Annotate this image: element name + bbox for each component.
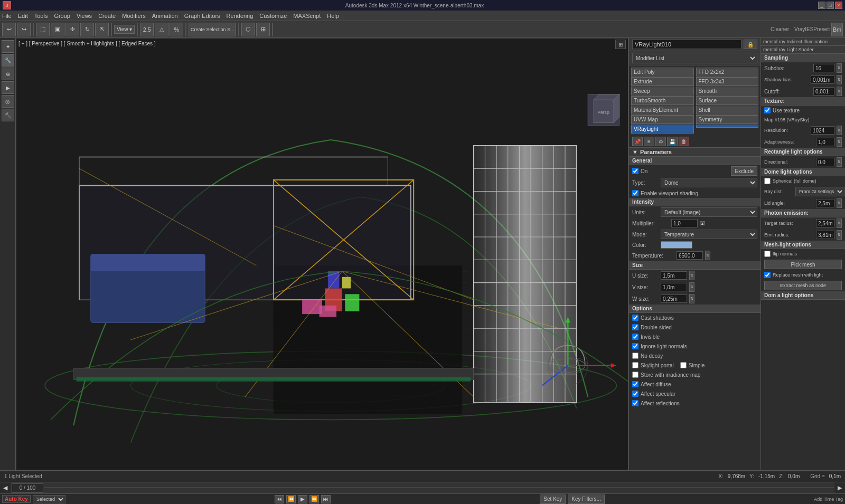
pin-stack-btn[interactable]: 📌 bbox=[632, 137, 643, 146]
modifier-list-dropdown[interactable]: Modifier List bbox=[632, 53, 757, 63]
menu-rendering[interactable]: Rendering bbox=[227, 13, 253, 19]
auto-key-mode-select[interactable]: Selected bbox=[33, 495, 65, 503]
window-controls[interactable]: _ □ × bbox=[818, 2, 842, 9]
v-size-input[interactable] bbox=[661, 283, 687, 291]
timeline-track[interactable] bbox=[44, 482, 834, 493]
color-swatch[interactable] bbox=[661, 241, 692, 249]
skip-to-start-button[interactable]: ⏮ bbox=[275, 495, 284, 503]
modifier-sweep[interactable]: Sweep bbox=[631, 87, 694, 96]
mental-ray-light-shader-tab[interactable]: mental ray Light Shader bbox=[761, 46, 845, 54]
options-section-header[interactable]: Options bbox=[629, 305, 760, 313]
percent-snap[interactable]: % bbox=[170, 23, 183, 36]
size-section-header[interactable]: Size bbox=[629, 261, 760, 270]
modifier-ffd-2x2[interactable]: FFD 2x2x2 bbox=[696, 68, 759, 77]
menu-create[interactable]: Create bbox=[98, 13, 116, 19]
subdivs-spinner[interactable]: ⇅ bbox=[837, 63, 842, 73]
modifier-material-by-element[interactable]: MaterialByElement bbox=[631, 106, 694, 115]
angle-snap[interactable]: △ bbox=[155, 23, 168, 36]
cutoff-spinner[interactable]: ⇅ bbox=[837, 87, 842, 96]
adaptiveness-input[interactable] bbox=[816, 138, 834, 146]
modifier-smooth[interactable]: Smooth bbox=[696, 87, 759, 96]
mental-ray-tab[interactable]: mental ray Indirect Illumination bbox=[761, 38, 845, 46]
spherical-checkbox[interactable] bbox=[764, 178, 771, 184]
directional-spinner[interactable]: ⇅ bbox=[837, 157, 842, 167]
hierarchy-panel-btn[interactable]: ⊕ bbox=[2, 68, 14, 80]
create-selection-button[interactable]: Create Selection S... bbox=[189, 23, 236, 36]
double-sided-checkbox[interactable] bbox=[632, 324, 639, 330]
menu-graph-editors[interactable]: Graph Editors bbox=[184, 13, 220, 19]
modifier-surface[interactable]: Surface bbox=[696, 96, 759, 105]
menu-customize[interactable]: Customize bbox=[259, 13, 287, 19]
auto-key-button[interactable]: Auto Key bbox=[2, 495, 31, 503]
extract-mesh-button[interactable]: Extract mesh as node bbox=[764, 281, 842, 290]
configure-btn[interactable]: ⚙ bbox=[655, 137, 666, 146]
u-spinner[interactable]: ⇅ bbox=[689, 271, 694, 280]
display-panel-btn[interactable]: ◎ bbox=[2, 95, 14, 108]
target-radius-input[interactable] bbox=[816, 219, 834, 227]
play-button[interactable]: ▶ bbox=[298, 495, 307, 503]
subdivs-input[interactable] bbox=[813, 64, 834, 72]
target-radius-spinner[interactable]: ⇅ bbox=[837, 218, 842, 228]
modify-panel-btn[interactable]: 🔧 bbox=[2, 54, 14, 66]
redo-button[interactable]: ↪ bbox=[17, 23, 31, 36]
store-irradiance-checkbox[interactable] bbox=[632, 372, 639, 378]
modifier-symmetry[interactable]: Symmetry bbox=[696, 115, 759, 124]
save-active-btn[interactable]: 💾 bbox=[667, 137, 678, 146]
modifier-uvw-map[interactable]: UVW Map bbox=[631, 115, 694, 124]
replace-mesh-checkbox[interactable] bbox=[764, 272, 771, 278]
invisible-checkbox[interactable] bbox=[632, 334, 639, 340]
skylight-checkbox[interactable] bbox=[632, 362, 639, 368]
timeline-expand-right[interactable]: ▶ bbox=[834, 482, 845, 493]
resolution-spinner[interactable]: ⇅ bbox=[837, 126, 842, 135]
directional-input[interactable] bbox=[816, 158, 834, 166]
lid-angle-spinner[interactable]: ⇅ bbox=[837, 198, 842, 208]
use-texture-checkbox[interactable] bbox=[764, 107, 771, 113]
multiplier-input[interactable] bbox=[671, 219, 698, 227]
exclude-button[interactable]: Exclude bbox=[731, 166, 757, 176]
rect-options-header[interactable]: Rectangle light options bbox=[761, 148, 845, 156]
resolution-input[interactable] bbox=[811, 126, 834, 135]
on-checkbox[interactable] bbox=[632, 168, 639, 174]
w-spinner[interactable]: ⇅ bbox=[689, 294, 694, 303]
modifier-ffd-3x3[interactable]: FFD 3x3x3 bbox=[696, 77, 759, 86]
viewport[interactable]: [ + ] [ Perspective ] [ Smooth + Highlig… bbox=[16, 38, 628, 470]
sampling-header[interactable]: Sampling bbox=[761, 54, 845, 62]
vp-maximize-btn[interactable]: ⊞ bbox=[615, 40, 626, 49]
units-select[interactable]: Default (image) bbox=[661, 207, 757, 217]
enable-viewport-checkbox[interactable] bbox=[632, 190, 639, 196]
menu-file[interactable]: File bbox=[2, 13, 12, 19]
timeline-expand-left[interactable]: ◀ bbox=[0, 482, 11, 493]
menu-modifiers[interactable]: Modifiers bbox=[122, 13, 146, 19]
temp-spinner[interactable]: ⇅ bbox=[705, 251, 710, 260]
pick-mesh-button[interactable]: Pick mesh bbox=[764, 260, 842, 269]
modifier-vraylight[interactable]: VRayLight bbox=[631, 125, 694, 134]
prev-frame-button[interactable]: ⏪ bbox=[286, 495, 296, 503]
modifier-edit-poly[interactable]: Edit Poly bbox=[631, 68, 694, 77]
intensity-section-header[interactable]: Intensity bbox=[629, 198, 760, 206]
texture-header[interactable]: Texture: bbox=[761, 97, 845, 106]
w-size-input[interactable] bbox=[661, 294, 687, 303]
affect-reflections-checkbox[interactable] bbox=[632, 400, 639, 406]
bm-button[interactable]: Bm bbox=[831, 23, 843, 36]
v-spinner[interactable]: ⇅ bbox=[689, 282, 694, 292]
cast-shadows-checkbox[interactable] bbox=[632, 315, 639, 321]
menu-animation[interactable]: Animation bbox=[152, 13, 178, 19]
menu-help[interactable]: Help bbox=[327, 13, 339, 19]
close-button[interactable]: × bbox=[835, 2, 842, 9]
next-frame-button[interactable]: ⏩ bbox=[309, 495, 319, 503]
collapse-icon[interactable]: ▼ bbox=[632, 149, 638, 155]
type-select[interactable]: Dome bbox=[661, 178, 757, 187]
simple-checkbox[interactable] bbox=[680, 362, 687, 368]
cutoff-input[interactable] bbox=[813, 87, 834, 96]
affect-specular-checkbox[interactable] bbox=[632, 391, 639, 397]
scale-button[interactable]: ⇱ bbox=[95, 23, 109, 36]
dom-options-header[interactable]: Dom a light options bbox=[761, 291, 845, 300]
align-button[interactable]: ⊞ bbox=[256, 23, 270, 36]
emit-radius-input[interactable] bbox=[816, 231, 834, 239]
object-name-input[interactable] bbox=[632, 40, 741, 49]
minimize-button[interactable]: _ bbox=[818, 2, 825, 9]
dome-options-header[interactable]: Dome light options bbox=[761, 168, 845, 176]
emit-radius-spinner[interactable]: ⇅ bbox=[837, 230, 842, 240]
maximize-button[interactable]: □ bbox=[827, 2, 834, 9]
photon-header[interactable]: Photon emission: bbox=[761, 209, 845, 217]
